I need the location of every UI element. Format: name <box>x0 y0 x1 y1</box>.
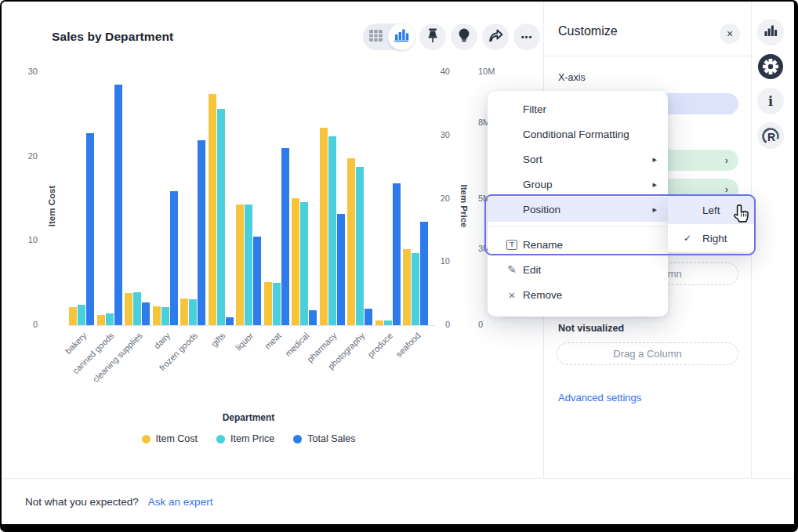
submenu-item-left[interactable]: ✓Left <box>668 196 756 224</box>
bar-item-cost[interactable] <box>180 299 188 325</box>
bar-total-sales[interactable] <box>86 133 94 325</box>
svg-text:R: R <box>767 131 775 143</box>
bar-item-price[interactable] <box>217 109 225 325</box>
legend-label: Item Price <box>230 433 274 444</box>
menu-item-remove[interactable]: ×Remove <box>488 282 668 307</box>
bar-item-cost[interactable] <box>97 315 105 325</box>
bar-total-sales[interactable] <box>309 310 317 325</box>
legend-item-total-sales[interactable]: Total Sales <box>293 433 355 444</box>
edit-icon: ✎ <box>507 263 517 276</box>
bar-item-cost[interactable] <box>403 249 411 325</box>
bar-item-price[interactable] <box>412 253 419 325</box>
submenu-item-right[interactable]: ✓Right <box>668 224 756 252</box>
bar-total-sales[interactable] <box>365 309 372 325</box>
ask-an-expert-link[interactable]: Ask an expert <box>148 496 213 508</box>
bar-group: gifts <box>208 72 234 325</box>
r-analysis-rail-button[interactable]: R <box>757 122 784 149</box>
bar-item-cost[interactable] <box>292 198 299 325</box>
bar-item-cost[interactable] <box>264 282 272 325</box>
customize-panel-title: Customize <box>558 24 618 38</box>
bar-group: dairy <box>152 72 179 325</box>
bar-item-price[interactable] <box>189 299 197 325</box>
bar-item-cost[interactable] <box>69 307 77 325</box>
bar-group: photography <box>346 72 373 325</box>
remove-icon: × <box>509 288 516 302</box>
menu-item-edit[interactable]: ✎Edit <box>488 257 668 282</box>
bar-total-sales[interactable] <box>114 85 122 325</box>
bar-group: produce <box>375 72 401 325</box>
bar-item-price[interactable] <box>356 167 364 325</box>
bar-total-sales[interactable] <box>253 237 261 325</box>
bar-item-price[interactable] <box>273 283 281 325</box>
axis-tick-label: 0 <box>478 320 502 329</box>
menu-item-conditional-formatting[interactable]: Conditional Formatting <box>488 121 668 147</box>
bar-total-sales[interactable] <box>281 148 289 325</box>
bar-total-sales[interactable] <box>170 191 178 325</box>
axis-tick-label: 30 <box>2 67 38 76</box>
chart-legend: Item CostItem PriceTotal Sales <box>37 433 460 444</box>
close-panel-button[interactable]: × <box>720 24 740 44</box>
app-window: Sales by Department <box>0 0 798 532</box>
axis-tick-label: 20 <box>434 194 450 203</box>
drag-column-placeholder: Drag a Column <box>613 348 681 360</box>
position-submenu: ✓Left✓Right <box>668 196 756 252</box>
x-axis-title[interactable]: Department <box>68 412 429 423</box>
drag-column-dropzone[interactable]: Drag a Column <box>557 342 738 365</box>
bar-total-sales[interactable] <box>420 222 428 325</box>
submenu-item-label: Left <box>702 204 720 216</box>
bar-item-cost[interactable] <box>125 293 132 325</box>
menu-item-label: Remove <box>523 289 562 301</box>
info-rail-button[interactable]: i <box>757 88 784 114</box>
bar-total-sales[interactable] <box>226 317 234 325</box>
bar-item-price[interactable] <box>328 136 336 325</box>
bar-total-sales[interactable] <box>337 214 345 325</box>
rename-icon: T <box>506 240 517 250</box>
answer-chart-rail-button[interactable] <box>757 19 784 45</box>
bar-group: frozen goods <box>180 72 206 325</box>
bar-item-cost[interactable] <box>153 306 161 325</box>
bar-item-price[interactable] <box>161 307 169 325</box>
legend-item-item-cost[interactable]: Item Cost <box>142 433 198 444</box>
legend-dot <box>216 435 225 443</box>
bar-group: canned goods <box>96 72 123 325</box>
settings-rail-button[interactable] <box>757 53 784 80</box>
bar-total-sales[interactable] <box>393 183 401 325</box>
advanced-settings-link[interactable]: Advanced settings <box>558 392 641 404</box>
axis-tick-label: 20 <box>2 151 38 161</box>
bar-group: medical <box>291 72 317 325</box>
bar-item-cost[interactable] <box>209 94 216 325</box>
menu-item-label: Group <box>523 179 553 190</box>
menu-item-filter[interactable]: Filter <box>488 96 668 121</box>
bar-item-cost[interactable] <box>347 158 355 325</box>
bar-group: liquor <box>235 72 262 325</box>
close-icon: × <box>727 27 733 40</box>
bar-group: cleaning supplies <box>124 72 151 325</box>
submenu-arrow-icon: ▸ <box>652 179 657 190</box>
legend-label: Item Cost <box>156 433 198 444</box>
axis-tick-label: 10 <box>2 235 38 244</box>
bar-item-price[interactable] <box>245 204 252 325</box>
bar-item-price[interactable] <box>78 305 85 325</box>
bar-group: pharmacy <box>319 72 346 325</box>
bar-group: bakery <box>68 72 95 325</box>
bar-item-price[interactable] <box>300 202 308 325</box>
bar-item-cost[interactable] <box>236 204 244 325</box>
menu-item-sort[interactable]: Sort▸ <box>488 147 668 172</box>
axis-tick-label: 10 <box>434 256 450 266</box>
menu-item-group[interactable]: Group▸ <box>488 172 668 197</box>
bar-total-sales[interactable] <box>198 140 205 325</box>
bar-item-price[interactable] <box>106 313 114 325</box>
r-logo-icon: R <box>759 124 782 147</box>
bar-item-cost[interactable] <box>320 128 328 325</box>
submenu-item-label: Right <box>702 233 727 244</box>
menu-item-position[interactable]: Position▸ <box>488 197 668 222</box>
footer-bar: Not what you expected? Ask an expert <box>2 478 794 524</box>
edit-icon-slot: ✎ <box>505 263 519 276</box>
legend-item-item-price[interactable]: Item Price <box>216 433 274 444</box>
menu-item-label: Conditional Formatting <box>523 128 629 140</box>
bar-item-price[interactable] <box>133 292 141 325</box>
chevron-right-icon: › <box>725 183 728 195</box>
column-context-menu: FilterConditional FormattingSort▸Group▸P… <box>488 91 668 317</box>
menu-item-rename[interactable]: TRename <box>488 232 668 257</box>
bar-total-sales[interactable] <box>142 302 150 325</box>
